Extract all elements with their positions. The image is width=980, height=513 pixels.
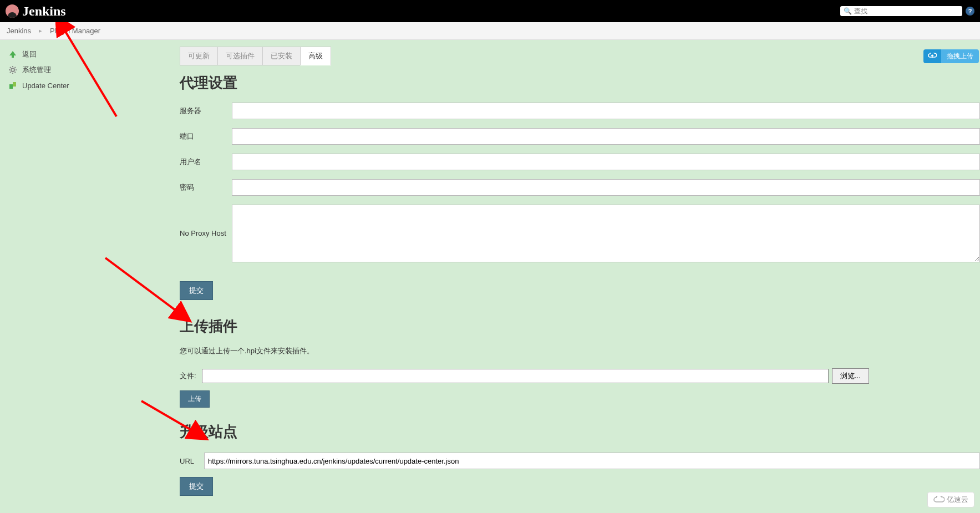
svg-point-0 [11,68,14,72]
cloud-icon [933,496,945,504]
noproxy-textarea[interactable] [232,205,980,262]
search-input[interactable] [854,7,954,15]
upload-desc: 您可以通过上传一个.hpi文件来安装插件。 [180,346,980,356]
file-path-display[interactable] [202,369,829,383]
jenkins-avatar-icon [6,4,19,18]
header: Jenkins 🔍 ? [0,0,980,22]
search-icon: 🔍 [844,7,852,15]
tab-advanced[interactable]: 高级 [300,47,331,65]
server-label: 服务器 [180,103,232,116]
upload-button[interactable]: 上传 [180,390,210,408]
server-input[interactable] [232,103,980,119]
help-icon[interactable]: ? [966,7,974,16]
url-label: URL [180,457,204,465]
breadcrumb: Jenkins ▸ Plugin Manager [0,22,980,40]
gear-icon [8,65,18,75]
svg-rect-2 [13,82,16,87]
tab-installed[interactable]: 已安装 [262,47,301,65]
breadcrumb-item[interactable]: Plugin Manager [50,27,100,35]
noproxy-label: No Proxy Host [180,205,232,237]
browse-button[interactable]: 浏览... [832,368,869,384]
port-label: 端口 [180,128,232,141]
form-row-noproxy: No Proxy Host [180,205,980,262]
sidebar: 返回 系统管理 Update Center [0,40,172,513]
url-input[interactable] [204,453,980,469]
password-input[interactable] [232,179,980,196]
update-site-submit-button[interactable]: 提交 [180,477,213,496]
form-row-port: 端口 [180,128,980,145]
breadcrumb-item[interactable]: Jenkins [7,27,31,35]
file-label: 文件: [180,371,202,381]
drag-upload-label: 拖拽上传 [941,49,979,63]
cloud-upload-icon [923,49,941,63]
url-row: URL [180,453,980,469]
form-row-server: 服务器 [180,103,980,119]
password-label: 密码 [180,179,232,192]
tabs: 可更新 可选插件 已安装 高级 [180,47,331,65]
main-layout: 返回 系统管理 Update Center 可更新 可选插件 已安装 高级 [0,40,980,513]
header-logo[interactable]: Jenkins [6,4,66,19]
proxy-submit-button[interactable]: 提交 [180,281,213,300]
svg-rect-1 [9,84,13,89]
sidebar-item-label: Update Center [22,82,69,90]
sidebar-item-manage[interactable]: 系统管理 [0,62,172,78]
search-wrap[interactable]: 🔍 [840,6,962,16]
content: 可更新 可选插件 已安装 高级 拖拽上传 代理设置 服务器 端口 用户名 [172,40,980,513]
app-title: Jenkins [22,4,66,19]
sidebar-item-update-center[interactable]: Update Center [0,78,172,93]
proxy-section-title: 代理设置 [180,73,980,93]
plugin-icon [8,80,18,90]
header-right: 🔍 ? [840,6,974,16]
watermark-text: 亿速云 [947,495,968,505]
sidebar-item-label: 系统管理 [22,65,51,75]
chevron-right-icon: ▸ [39,27,42,34]
form-row-user: 用户名 [180,154,980,170]
port-input[interactable] [232,128,980,145]
sidebar-item-back[interactable]: 返回 [0,47,172,62]
user-input[interactable] [232,154,980,170]
watermark: 亿速云 [927,492,974,507]
tab-updates[interactable]: 可更新 [180,47,218,65]
file-row: 文件: 浏览... [180,368,980,384]
tab-available[interactable]: 可选插件 [217,47,263,65]
upload-section-title: 上传插件 [180,317,980,336]
update-site-title: 升级站点 [180,422,980,441]
drag-upload-button[interactable]: 拖拽上传 [923,49,979,63]
tab-row: 可更新 可选插件 已安装 高级 拖拽上传 [180,47,980,65]
sidebar-item-label: 返回 [22,49,37,59]
form-row-password: 密码 [180,179,980,196]
user-label: 用户名 [180,154,232,167]
up-arrow-icon [8,49,18,59]
